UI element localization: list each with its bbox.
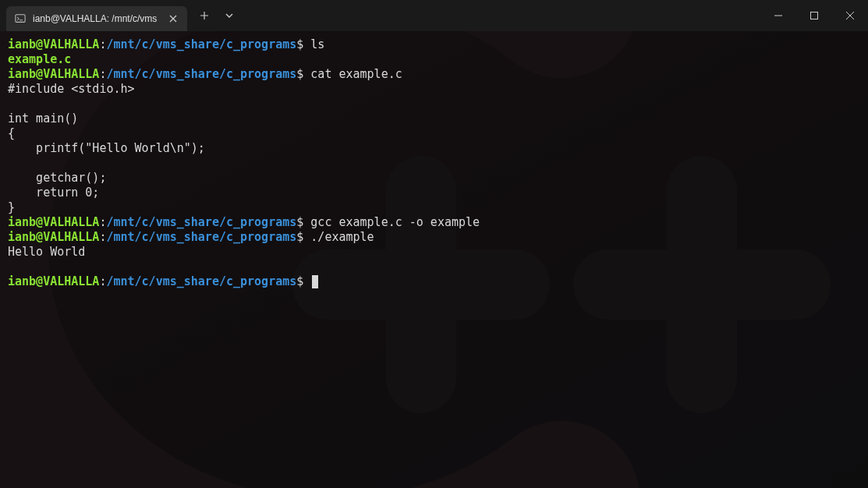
terminal-line: getchar(); — [8, 171, 860, 186]
terminal-output: ianb@VALHALLA:/mnt/c/vms_share/c_program… — [0, 31, 868, 295]
output-text — [8, 156, 15, 170]
command-text: ./example — [303, 230, 374, 244]
command-text — [303, 274, 310, 288]
output-text — [8, 260, 15, 274]
terminal-line: #include <stdio.h> — [8, 82, 860, 97]
terminal-line — [8, 260, 860, 274]
output-text: int main() — [8, 111, 78, 126]
prompt-dollar: $ — [296, 37, 303, 51]
terminal-line: ianb@VALHALLA:/mnt/c/vms_share/c_program… — [8, 215, 860, 230]
svg-rect-0 — [16, 15, 25, 23]
command-text: gcc example.c -o example — [303, 215, 480, 229]
prompt-dollar: $ — [296, 274, 303, 288]
terminal-line — [8, 156, 860, 171]
prompt-path: /mnt/c/vms_share/c_programs — [106, 37, 296, 51]
terminal-line: { — [8, 126, 860, 141]
prompt-path: /mnt/c/vms_share/c_programs — [106, 215, 296, 229]
prompt-path: /mnt/c/vms_share/c_programs — [106, 274, 296, 288]
terminal-line: return 0; — [8, 186, 860, 200]
terminal-icon — [14, 12, 27, 25]
cursor — [312, 275, 318, 288]
terminal-line — [8, 97, 860, 111]
tab-strip: ianb@VALHALLA: /mnt/c/vms — [0, 0, 242, 31]
prompt-dollar: $ — [296, 215, 303, 229]
output-text: } — [8, 200, 15, 214]
terminal-line: ianb@VALHALLA:/mnt/c/vms_share/c_program… — [8, 230, 860, 245]
new-tab-button[interactable] — [192, 3, 217, 28]
prompt-user: ianb@VALHALLA — [8, 274, 99, 288]
window-titlebar: ianb@VALHALLA: /mnt/c/vms — [0, 0, 868, 31]
terminal-line: example.c — [8, 52, 860, 67]
window-controls — [760, 0, 868, 31]
prompt-dollar: $ — [296, 67, 303, 81]
close-tab-button[interactable] — [167, 12, 179, 25]
tab-dropdown-button[interactable] — [217, 3, 242, 28]
maximize-button[interactable] — [796, 4, 832, 27]
output-text: example.c — [8, 52, 71, 66]
output-text: #include <stdio.h> — [8, 82, 135, 96]
tab-title: ianb@VALHALLA: /mnt/c/vms — [33, 13, 161, 24]
prompt-dollar: $ — [296, 230, 303, 244]
command-text: ls — [303, 37, 324, 51]
terminal-line: int main() — [8, 111, 860, 126]
terminal-line: ianb@VALHALLA:/mnt/c/vms_share/c_program… — [8, 67, 860, 82]
prompt-user: ianb@VALHALLA — [8, 230, 99, 244]
terminal-tab[interactable]: ianb@VALHALLA: /mnt/c/vms — [6, 6, 187, 31]
prompt-path: /mnt/c/vms_share/c_programs — [106, 67, 296, 81]
terminal-line: printf("Hello World\n"); — [8, 141, 860, 156]
minimize-button[interactable] — [760, 4, 796, 27]
command-text: cat example.c — [303, 67, 402, 81]
prompt-user: ianb@VALHALLA — [8, 215, 99, 229]
prompt-user: ianb@VALHALLA — [8, 37, 99, 51]
output-text — [8, 97, 15, 111]
output-text: Hello World — [8, 245, 85, 259]
close-window-button[interactable] — [832, 4, 868, 27]
output-text: getchar(); — [8, 171, 106, 185]
prompt-user: ianb@VALHALLA — [8, 67, 99, 81]
output-text: printf("Hello World\n"); — [8, 141, 205, 155]
terminal-surface[interactable]: ianb@VALHALLA:/mnt/c/vms_share/c_program… — [0, 31, 868, 488]
terminal-line: ianb@VALHALLA:/mnt/c/vms_share/c_program… — [8, 274, 860, 289]
terminal-line: ianb@VALHALLA:/mnt/c/vms_share/c_program… — [8, 37, 860, 52]
output-text: return 0; — [8, 186, 99, 200]
prompt-path: /mnt/c/vms_share/c_programs — [106, 230, 296, 244]
output-text: { — [8, 126, 15, 140]
terminal-line: } — [8, 200, 860, 215]
svg-rect-1 — [811, 12, 818, 19]
terminal-line: Hello World — [8, 245, 860, 260]
